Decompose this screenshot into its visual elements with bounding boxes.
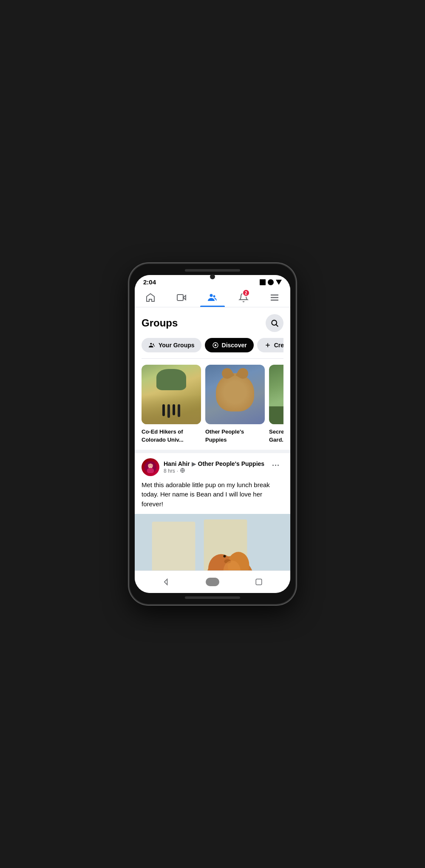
post-dot: ·: [177, 468, 178, 474]
post-group-arrow: ▶: [192, 460, 198, 467]
nav-bar: 2: [135, 287, 290, 307]
more-dots-label: ···: [272, 461, 280, 470]
phone-frame: 2:04: [130, 264, 295, 604]
post-author-group: Hani Ahir ▶ Other People's Puppies: [164, 460, 264, 468]
signal-triangle-icon: [276, 280, 282, 285]
post-author-row: Hani Ahir ▶ Other People's Puppies 8 hrs…: [142, 458, 264, 476]
android-back-button[interactable]: [159, 575, 173, 589]
hamburger-icon: [269, 292, 280, 304]
chip-discover[interactable]: Discover: [205, 338, 254, 352]
avatar: [142, 458, 159, 476]
nav-home[interactable]: [135, 287, 166, 307]
post-timestamp: 8 hrs ·: [164, 468, 264, 474]
more-options-button[interactable]: ···: [268, 458, 283, 474]
section-divider: [135, 450, 290, 453]
post-card: Hani Ahir ▶ Other People's Puppies 8 hrs…: [135, 453, 290, 570]
groups-grid-section: Co-Ed Hikers of Colorado Univ... Other P…: [135, 359, 290, 450]
post-text: Met this adorable little pup on my lunch…: [142, 480, 283, 509]
group-card-garden[interactable]: Secrets to Seasonal Gard...: [269, 365, 283, 444]
svg-rect-23: [152, 522, 196, 570]
chip-create[interactable]: Create: [257, 338, 283, 352]
post-image: [135, 514, 290, 570]
status-icons: [260, 279, 282, 285]
post-time: 8 hrs: [164, 468, 175, 474]
discover-icon: [212, 341, 219, 349]
svg-point-10: [153, 344, 154, 345]
phone-screen: 2:04: [135, 275, 290, 593]
svg-point-7: [272, 320, 277, 325]
filter-chips: Your Groups Discover: [142, 338, 283, 358]
avatar-image: [142, 458, 159, 476]
group-card-img-hikers: [142, 365, 201, 424]
notification-badge: 2: [242, 289, 250, 297]
phone-speaker: [185, 269, 240, 272]
post-author-name: Hani Ahir: [164, 460, 190, 467]
signal-circle-icon: [268, 279, 274, 285]
main-content: Groups: [135, 307, 290, 570]
svg-point-31: [223, 555, 226, 558]
post-meta: Hani Ahir ▶ Other People's Puppies 8 hrs…: [164, 460, 264, 474]
svg-marker-12: [214, 344, 216, 346]
group-card-img-garden: [269, 365, 283, 424]
nav-notifications[interactable]: 2: [228, 287, 259, 307]
groups-title-row: Groups: [142, 314, 283, 332]
video-icon: [176, 292, 187, 304]
front-camera: [210, 274, 215, 279]
svg-point-19: [150, 464, 153, 467]
svg-rect-43: [256, 579, 262, 585]
group-card-name-garden: Secrets to Seasonal Gard...: [269, 428, 283, 443]
svg-point-9: [150, 343, 152, 345]
nav-groups[interactable]: [197, 287, 228, 307]
android-home-button[interactable]: [206, 575, 219, 589]
home-icon: [144, 292, 156, 304]
search-button[interactable]: [266, 314, 283, 332]
group-card-hikers[interactable]: Co-Ed Hikers of Colorado Univ...: [142, 365, 201, 444]
groups-header-section: Groups: [135, 307, 290, 359]
svg-point-2: [210, 294, 213, 297]
post-header: Hani Ahir ▶ Other People's Puppies 8 hrs…: [142, 458, 283, 476]
svg-line-8: [276, 325, 278, 327]
nav-video[interactable]: [166, 287, 197, 307]
group-card-name-hikers: Co-Ed Hikers of Colorado Univ...: [142, 428, 184, 443]
create-icon: [264, 341, 272, 349]
group-card-name-puppies: Other People's Puppies: [205, 428, 244, 443]
discover-label: Discover: [222, 342, 247, 349]
chip-your-groups[interactable]: Your Groups: [142, 338, 201, 352]
svg-marker-42: [164, 579, 167, 584]
create-label: Create: [274, 342, 283, 349]
your-groups-label: Your Groups: [159, 342, 195, 349]
globe-icon: [180, 468, 185, 474]
battery-icon: [260, 279, 266, 285]
android-nav-bar: [135, 570, 290, 593]
your-groups-icon: [148, 341, 156, 349]
nav-menu[interactable]: [259, 287, 290, 307]
post-group-name: Other People's Puppies: [198, 460, 265, 467]
groups-icon: [207, 292, 218, 304]
group-card-puppies[interactable]: Other People's Puppies: [205, 365, 265, 444]
groups-page-title: Groups: [142, 317, 178, 329]
svg-point-3: [213, 295, 215, 298]
svg-point-18: [148, 464, 150, 467]
svg-rect-0: [177, 295, 183, 301]
phone-bottom-speaker: [185, 596, 240, 599]
android-recents-button[interactable]: [252, 575, 266, 589]
group-card-img-puppies: [205, 365, 265, 424]
groups-grid: Co-Ed Hikers of Colorado Univ... Other P…: [142, 365, 283, 444]
status-time: 2:04: [143, 278, 156, 286]
